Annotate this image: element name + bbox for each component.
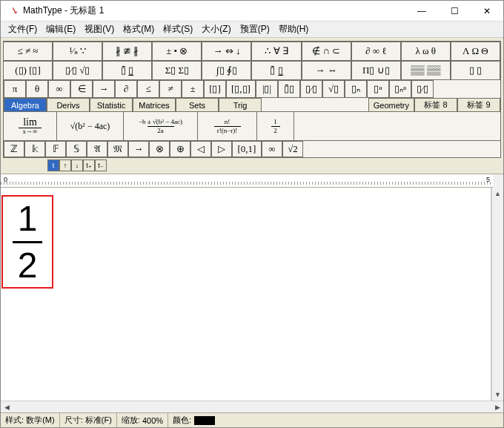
size-tab-3[interactable]: ↓	[71, 159, 83, 171]
status-size[interactable]: 尺寸: 标准(F)	[60, 413, 117, 427]
palette-boxes[interactable]: ▯ ▯	[451, 61, 500, 80]
font-f[interactable]: 𝔽	[45, 141, 66, 157]
font-otimes[interactable]: ⊗	[149, 141, 170, 157]
close-button[interactable]: ✕	[471, 1, 503, 22]
tab-derivs[interactable]: Derivs	[47, 98, 90, 111]
minimize-button[interactable]: —	[405, 1, 438, 22]
quick-sup[interactable]: ▯ⁿ	[367, 80, 389, 98]
preset-half[interactable]: 1 2	[257, 112, 294, 141]
palette-relational[interactable]: ≤ ≠ ≈	[4, 42, 53, 61]
quick-abs[interactable]: |▯|	[256, 80, 278, 98]
font-fraktur-a[interactable]: 𝔄	[87, 141, 107, 157]
font-tri-r[interactable]: ▷	[211, 141, 232, 157]
palette-fraction-root[interactable]: ▯⁄▯ √▯	[53, 61, 102, 80]
status-zoom[interactable]: 缩放: 400%	[117, 413, 168, 427]
quick-elementof[interactable]: ∈	[70, 80, 93, 98]
quick-sub[interactable]: ▯ₙ	[345, 80, 367, 98]
scroll-left-icon[interactable]: ◀	[1, 401, 13, 412]
maximize-button[interactable]: ☐	[438, 1, 471, 22]
quick-subsup[interactable]: ▯ₙⁿ	[389, 80, 411, 98]
preset-binomial[interactable]: n! r!(n−r)!	[198, 112, 257, 141]
tab-label9[interactable]: 标签 9	[457, 98, 500, 111]
quick-interval[interactable]: [▯,▯]	[226, 80, 256, 98]
equation-fraction[interactable]: 1 2	[1, 195, 53, 289]
ruler[interactable]: 0 5	[1, 174, 493, 188]
tab-trig[interactable]: Trig	[219, 98, 262, 111]
scroll-down-icon[interactable]: ▼	[492, 389, 503, 401]
size-tab-1[interactable]: t	[47, 159, 59, 171]
font-fraktur-m[interactable]: 𝔐	[107, 141, 128, 157]
status-color[interactable]: 颜色:	[168, 413, 219, 427]
quick-theta[interactable]: θ	[26, 80, 48, 98]
palette-sub-super[interactable]: ¹⁄ₐ ∵	[53, 42, 102, 61]
equation-editor[interactable]: 1 2	[1, 188, 491, 401]
menu-style[interactable]: 样式(S)	[159, 22, 197, 37]
font-tri-l[interactable]: ◁	[190, 141, 211, 157]
quick-over[interactable]: ▯̄▯	[278, 80, 300, 98]
quick-infinity[interactable]: ∞	[48, 80, 70, 98]
font-to[interactable]: →	[128, 141, 149, 157]
palette-sum[interactable]: Σ▯ Σ▯	[152, 61, 202, 80]
vertical-scrollbar[interactable]: ▲ ▼	[491, 188, 503, 401]
quick-pm[interactable]: ±	[182, 80, 204, 98]
font-interval01[interactable]: [0,1]	[232, 141, 262, 157]
menu-file[interactable]: 文件(F)	[4, 22, 42, 37]
menu-size[interactable]: 大小(Z)	[197, 22, 235, 37]
palette-arrows[interactable]: → ⇔ ↓	[202, 42, 251, 61]
tab-geometry[interactable]: Geometry	[368, 98, 414, 111]
size-tab-5[interactable]: t₋	[95, 159, 107, 171]
equation-denominator[interactable]: 2	[18, 248, 38, 283]
quick-partial[interactable]: ∂	[115, 80, 137, 98]
status-style[interactable]: 样式: 数学(M)	[1, 413, 60, 427]
menu-preset[interactable]: 预置(P)	[236, 22, 274, 37]
font-inf[interactable]: ∞	[262, 141, 282, 157]
quick-frac2[interactable]: ▯⁄▯	[411, 80, 434, 98]
quick-bracket[interactable]: [▯]	[204, 80, 226, 98]
vscroll-track[interactable]	[492, 200, 503, 389]
quick-ne[interactable]: ≠	[159, 80, 182, 98]
palette-subsup[interactable]: ▯̄ ▯̲	[102, 61, 152, 80]
menu-view[interactable]: 视图(V)	[80, 22, 119, 37]
scroll-up-icon[interactable]: ▲	[492, 188, 503, 200]
palette-matrix[interactable]: ▒▒ ▒▒	[401, 61, 451, 80]
equation-numerator[interactable]: 1	[18, 201, 38, 237]
hscroll-track[interactable]	[13, 401, 491, 412]
quick-frac[interactable]: ▯⁄▯	[300, 80, 322, 98]
font-oplus[interactable]: ⊕	[170, 141, 190, 157]
palette-greek-lower[interactable]: λ ω θ	[401, 42, 451, 61]
preset-limit[interactable]: lim x→∞	[4, 112, 57, 141]
menu-help[interactable]: 帮助(H)	[274, 22, 314, 37]
menu-edit[interactable]: 编辑(E)	[42, 22, 80, 37]
palette-integral[interactable]: ∫▯ ∮▯	[202, 61, 251, 80]
palette-embellish[interactable]: ∦ ≇ ∦	[102, 42, 152, 61]
tab-matrices[interactable]: Matrices	[133, 98, 176, 111]
tab-sets[interactable]: Sets	[176, 98, 219, 111]
menu-format[interactable]: 格式(M)	[119, 22, 159, 37]
quick-sqrt[interactable]: √▯	[322, 80, 345, 98]
font-sqrt2[interactable]: √2	[282, 141, 303, 157]
palette-product[interactable]: Π▯ ∪▯	[351, 61, 401, 80]
font-z[interactable]: ℤ	[4, 141, 24, 157]
palette-misc[interactable]: ∂ ∞ ℓ	[351, 42, 401, 61]
tab-label8[interactable]: 标签 8	[414, 98, 457, 111]
preset-quadratic[interactable]: −b ± √(b² − 4ac) 2a	[124, 112, 198, 141]
preset-discriminant[interactable]: √(b² − 4ac)	[57, 112, 124, 141]
palette-logic[interactable]: ∴ ∀ ∃	[251, 42, 301, 61]
palette-set[interactable]: ∉ ∩ ⊂	[302, 42, 351, 61]
palette-overbar[interactable]: ▯̄ ▯̲	[251, 61, 301, 80]
palette-label-arrows[interactable]: → ↔	[302, 61, 351, 80]
size-tab-4[interactable]: t₊	[83, 159, 95, 171]
palette-fences[interactable]: (▯) [▯]	[4, 61, 53, 80]
size-tab-2[interactable]: ↑	[59, 159, 71, 171]
palette-operators[interactable]: ± • ⊗	[152, 42, 202, 61]
font-s[interactable]: 𝕊	[66, 141, 87, 157]
palette-greek-upper[interactable]: Λ Ω Θ	[451, 42, 500, 61]
quick-pi[interactable]: π	[4, 80, 26, 98]
scroll-right-icon[interactable]: ▶	[491, 401, 503, 412]
font-k[interactable]: 𝕜	[24, 141, 45, 157]
quick-arrow[interactable]: →	[93, 80, 115, 98]
tab-statistic[interactable]: Statistic	[90, 98, 133, 111]
tab-algebra[interactable]: Algebra	[4, 98, 47, 111]
quick-le[interactable]: ≤	[137, 80, 159, 98]
horizontal-scrollbar[interactable]: ◀ ▶	[1, 401, 503, 412]
